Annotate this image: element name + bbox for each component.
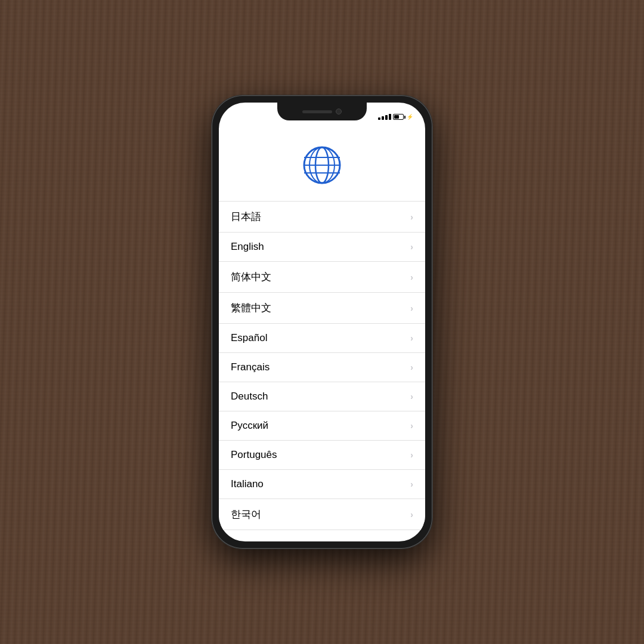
signal-icon xyxy=(378,114,391,120)
language-item-simplified-chinese[interactable]: 简体中文› xyxy=(219,262,425,293)
language-item-korean[interactable]: 한국어› xyxy=(219,499,425,530)
language-item-traditional-chinese[interactable]: 繁體中文› xyxy=(219,293,425,324)
notch xyxy=(277,103,367,120)
language-label-french: Français xyxy=(231,361,270,373)
chevron-icon-japanese: › xyxy=(410,212,413,222)
chevron-icon-portuguese: › xyxy=(410,450,413,460)
phone-device: ⚡ 日本語›Engl xyxy=(212,95,432,549)
language-item-portuguese[interactable]: Português› xyxy=(219,441,425,470)
chevron-icon-russian: › xyxy=(410,421,413,431)
language-item-russian[interactable]: Русский› xyxy=(219,411,425,441)
language-item-french[interactable]: Français› xyxy=(219,353,425,382)
speaker xyxy=(302,110,332,113)
language-list: 日本語›English›简体中文›繁體中文›Español›Français›D… xyxy=(219,201,425,541)
language-label-russian: Русский xyxy=(231,420,268,432)
language-label-simplified-chinese: 简体中文 xyxy=(231,270,271,284)
chevron-icon-german: › xyxy=(410,392,413,401)
chevron-icon-simplified-chinese: › xyxy=(410,273,413,282)
phone-screen: ⚡ 日本語›Engl xyxy=(219,103,425,541)
chevron-icon-italian: › xyxy=(410,479,413,489)
chevron-icon-english: › xyxy=(410,242,413,252)
charging-icon: ⚡ xyxy=(407,114,413,120)
language-label-english: English xyxy=(231,241,264,253)
language-item-spanish[interactable]: Español› xyxy=(219,324,425,353)
chevron-icon-traditional-chinese: › xyxy=(410,304,413,313)
globe-container xyxy=(301,126,343,201)
status-icons: ⚡ xyxy=(378,114,413,120)
battery-icon: ⚡ xyxy=(393,114,413,120)
language-item-german[interactable]: Deutsch› xyxy=(219,382,425,411)
chevron-icon-korean: › xyxy=(410,510,413,519)
language-label-portuguese: Português xyxy=(231,449,277,461)
chevron-icon-french: › xyxy=(410,363,413,372)
language-label-japanese: 日本語 xyxy=(231,210,261,224)
camera xyxy=(336,109,342,114)
chevron-icon-spanish: › xyxy=(410,333,413,343)
language-label-italian: Italiano xyxy=(231,478,264,490)
language-label-spanish: Español xyxy=(231,332,267,344)
language-label-german: Deutsch xyxy=(231,391,268,402)
language-item-italian[interactable]: Italiano› xyxy=(219,470,425,499)
screen-content: 日本語›English›简体中文›繁體中文›Español›Français›D… xyxy=(219,126,425,541)
language-label-korean: 한국어 xyxy=(231,507,261,521)
language-item-japanese[interactable]: 日本語› xyxy=(219,201,425,233)
language-label-traditional-chinese: 繁體中文 xyxy=(231,301,271,315)
language-item-english[interactable]: English› xyxy=(219,233,425,262)
globe-icon xyxy=(301,144,343,186)
